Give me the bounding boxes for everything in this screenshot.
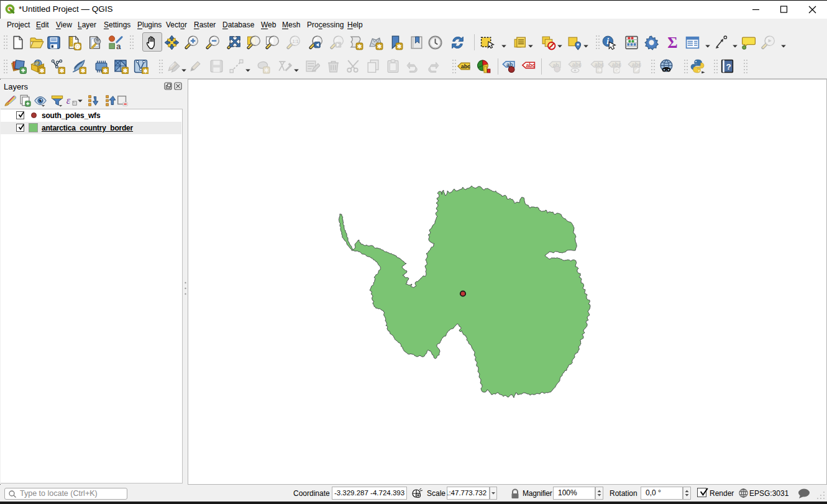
svg-text:Σ: Σ	[667, 35, 677, 50]
svg-text:?: ?	[726, 62, 731, 71]
svg-text:i: i	[606, 37, 609, 46]
svg-text:abc: abc	[526, 62, 536, 68]
svg-text:1:1: 1:1	[292, 39, 298, 44]
svg-text:abc: abc	[595, 62, 604, 68]
svg-text:ε: ε	[66, 94, 71, 106]
svg-text:abc: abc	[461, 63, 470, 70]
svg-text:a: a	[116, 42, 121, 50]
svg-text:abc: abc	[572, 62, 582, 68]
svg-text:abc: abc	[632, 62, 641, 68]
svg-text:abc: abc	[612, 62, 621, 68]
